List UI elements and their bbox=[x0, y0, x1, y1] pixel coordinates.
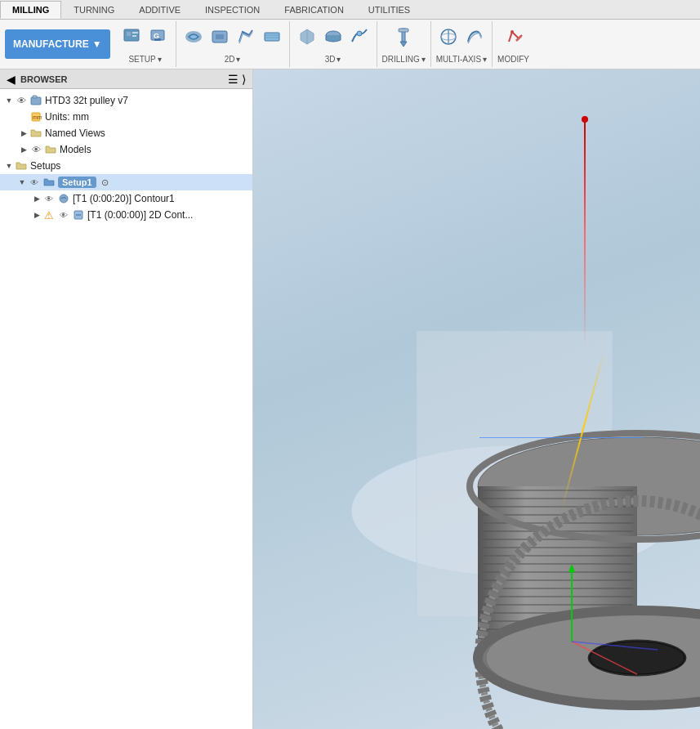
drilling-icons bbox=[391, 25, 416, 49]
op1-toggle[interactable]: ▶ bbox=[31, 193, 42, 204]
2d-label-text: 2D bbox=[225, 55, 235, 64]
3d-viewport[interactable]: /* teeth drawn via CSS */ bbox=[253, 69, 700, 729]
named-views-toggle[interactable]: ▶ bbox=[18, 127, 29, 139]
multi-axis-icons bbox=[436, 25, 487, 49]
op2-warning-icon: ⚠ bbox=[42, 208, 56, 221]
3d-label-text: 3D bbox=[325, 55, 336, 64]
models-toggle[interactable]: ▶ bbox=[18, 144, 29, 155]
setup-section: G SETUP ▾ bbox=[115, 21, 176, 67]
setup1-toggle[interactable]: ▼ bbox=[16, 177, 28, 188]
multi-axis-2-btn[interactable] bbox=[462, 25, 487, 49]
modify-section: MODIFY bbox=[493, 21, 534, 67]
vertical-axis-line bbox=[584, 119, 586, 347]
svg-rect-1 bbox=[127, 32, 131, 36]
op2-label: [T1 (0:00:00)] 2D Cont... bbox=[87, 209, 193, 221]
tree-setup1-item[interactable]: ▼ 👁 Setup1 ⊙ bbox=[0, 174, 252, 190]
drilling-chevron: ▾ bbox=[421, 55, 426, 64]
2d-contour-btn[interactable] bbox=[234, 25, 258, 49]
svg-point-27 bbox=[60, 195, 68, 203]
2d-icons bbox=[181, 25, 284, 49]
browser-panel: ◀ BROWSER ☰ ⟩ ▼ 👁 HTD3 32t pulley v7 ▶ bbox=[0, 69, 253, 729]
op1-label: [T1 (0:00:20)] Contour1 bbox=[73, 193, 175, 204]
svg-rect-18 bbox=[399, 29, 408, 32]
2d-pocket-btn[interactable] bbox=[207, 25, 232, 49]
tab-utilities[interactable]: UTILITIES bbox=[356, 1, 422, 19]
manufacture-label: MANUFACTURE bbox=[13, 38, 89, 50]
tab-bar: MILLING TURNING ADDITIVE INSPECTION FABR… bbox=[0, 0, 700, 20]
setup-label-text: SETUP bbox=[128, 55, 155, 64]
root-toggle[interactable]: ▼ bbox=[3, 95, 15, 106]
drilling-label-text: DRILLING bbox=[382, 55, 420, 64]
drilling-section: DRILLING ▾ bbox=[377, 21, 431, 67]
tab-fabrication[interactable]: FABRICATION bbox=[272, 1, 356, 19]
op2-eye[interactable]: 👁 bbox=[57, 208, 70, 221]
2d-label[interactable]: 2D ▾ bbox=[225, 55, 241, 64]
svg-point-22 bbox=[511, 30, 514, 34]
3d-contour-btn[interactable] bbox=[347, 25, 372, 49]
root-eye[interactable]: 👁 bbox=[15, 94, 28, 107]
tree-op1-item[interactable]: ▶ 👁 [T1 (0:00:20)] Contour1 bbox=[0, 190, 252, 207]
browser-title-text: BROWSER bbox=[20, 74, 223, 84]
svg-rect-11 bbox=[265, 33, 279, 41]
op2-type-icon bbox=[72, 208, 85, 221]
browser-tree: ▼ 👁 HTD3 32t pulley v7 ▶ mm Units: mm ▶ bbox=[0, 89, 252, 729]
setups-label: Setups bbox=[30, 160, 60, 172]
tab-inspection[interactable]: INSPECTION bbox=[193, 1, 272, 19]
drilling-btn[interactable] bbox=[391, 25, 416, 49]
browser-controls: ☰ ⟩ bbox=[228, 73, 246, 86]
new-setup-button[interactable] bbox=[120, 25, 145, 49]
2d-chevron: ▾ bbox=[236, 55, 240, 64]
svg-rect-24 bbox=[33, 96, 37, 98]
svg-rect-6 bbox=[154, 38, 161, 41]
multi-axis-btn[interactable] bbox=[436, 25, 461, 49]
svg-rect-0 bbox=[124, 29, 139, 41]
setups-folder-icon bbox=[15, 159, 28, 172]
svg-marker-17 bbox=[400, 42, 407, 47]
setups-toggle[interactable]: ▼ bbox=[3, 160, 15, 172]
modify-label: MODIFY bbox=[497, 55, 529, 64]
modify-icons bbox=[502, 25, 526, 49]
tab-additive[interactable]: ADDITIVE bbox=[127, 1, 193, 19]
3d-chevron: ▾ bbox=[337, 55, 341, 64]
3d-pocket-btn[interactable] bbox=[321, 25, 346, 49]
modify-btn[interactable] bbox=[502, 25, 526, 49]
tree-op2-item[interactable]: ▶ ⚠ 👁 [T1 (0:00:00)] 2D Cont... bbox=[0, 207, 252, 223]
2d-face-btn[interactable] bbox=[260, 25, 284, 49]
tree-root-item[interactable]: ▼ 👁 HTD3 32t pulley v7 bbox=[0, 92, 252, 109]
2d-adaptive-btn[interactable] bbox=[181, 25, 206, 49]
3d-icons bbox=[295, 25, 372, 49]
drilling-label[interactable]: DRILLING ▾ bbox=[382, 55, 426, 64]
3d-label[interactable]: 3D ▾ bbox=[325, 55, 341, 64]
svg-rect-2 bbox=[132, 32, 138, 34]
gear-3d-view: /* teeth drawn via CSS */ bbox=[335, 249, 700, 729]
multi-axis-label[interactable]: MULTI-AXIS ▾ bbox=[436, 55, 487, 64]
tree-setups-item[interactable]: ▼ Setups bbox=[0, 158, 252, 174]
setup-chevron: ▾ bbox=[158, 55, 162, 64]
models-label: Models bbox=[60, 144, 91, 155]
browser-resize-icon[interactable]: ⟩ bbox=[242, 73, 246, 86]
tree-models-item[interactable]: ▶ 👁 Models bbox=[0, 141, 252, 158]
manufacture-chevron: ▼ bbox=[92, 38, 102, 50]
tab-turning[interactable]: TURNING bbox=[61, 1, 127, 19]
toolbar: MILLING TURNING ADDITIVE INSPECTION FABR… bbox=[0, 0, 700, 69]
tab-milling[interactable]: MILLING bbox=[0, 1, 61, 19]
toolbar-content: MANUFACTURE ▼ G bbox=[0, 20, 700, 69]
setup1-target-icon: ⊙ bbox=[101, 177, 109, 188]
manufacture-button[interactable]: MANUFACTURE ▼ bbox=[5, 29, 110, 59]
multi-axis-section: MULTI-AXIS ▾ bbox=[431, 21, 493, 67]
browser-menu-icon[interactable]: ☰ bbox=[228, 73, 239, 86]
op1-eye[interactable]: 👁 bbox=[42, 192, 56, 205]
tree-named-views-item[interactable]: ▶ Named Views bbox=[0, 125, 252, 141]
setup-label[interactable]: SETUP ▾ bbox=[128, 55, 161, 64]
3d-section: 3D ▾ bbox=[290, 21, 377, 67]
3d-adaptive-btn[interactable] bbox=[295, 25, 319, 49]
op2-toggle[interactable]: ▶ bbox=[31, 209, 42, 221]
svg-point-15 bbox=[357, 31, 362, 36]
models-eye[interactable]: 👁 bbox=[29, 143, 42, 156]
setup1-eye[interactable]: 👁 bbox=[28, 176, 41, 189]
named-views-folder-icon bbox=[29, 127, 42, 140]
browser-collapse-icon[interactable]: ◀ bbox=[7, 73, 16, 86]
op1-type-icon bbox=[57, 192, 70, 205]
main-area: ◀ BROWSER ☰ ⟩ ▼ 👁 HTD3 32t pulley v7 ▶ bbox=[0, 69, 700, 729]
setup-stock-button[interactable]: G bbox=[146, 25, 171, 49]
